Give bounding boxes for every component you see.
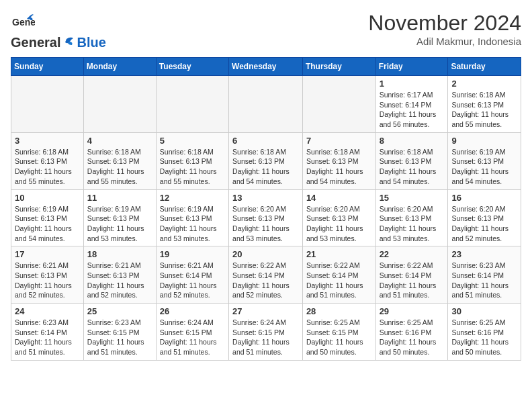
calendar-cell: 3Sunrise: 6:18 AMSunset: 6:13 PMDaylight… (11, 132, 84, 189)
weekday-header-tuesday: Tuesday (156, 58, 228, 76)
day-info: Sunrise: 6:18 AMSunset: 6:13 PMDaylight:… (87, 147, 152, 187)
location-label: Adil Makmur, Indonesia (368, 36, 521, 47)
calendar-cell: 19Sunrise: 6:21 AMSunset: 6:14 PMDayligh… (156, 246, 228, 304)
day-number: 7 (306, 136, 372, 146)
day-number: 11 (87, 193, 152, 203)
calendar-cell (156, 76, 228, 133)
day-info: Sunrise: 6:18 AMSunset: 6:13 PMDaylight:… (15, 147, 80, 187)
month-title: November 2024 (368, 11, 521, 36)
calendar-cell: 18Sunrise: 6:21 AMSunset: 6:13 PMDayligh… (83, 246, 156, 304)
logo: General General Blue (11, 11, 106, 50)
calendar-cell: 27Sunrise: 6:24 AMSunset: 6:15 PMDayligh… (229, 304, 303, 361)
day-number: 9 (451, 136, 517, 146)
day-info: Sunrise: 6:18 AMSunset: 6:13 PMDaylight:… (306, 147, 372, 187)
day-info: Sunrise: 6:21 AMSunset: 6:14 PMDaylight:… (160, 261, 225, 300)
day-info: Sunrise: 6:20 AMSunset: 6:13 PMDaylight:… (380, 204, 445, 244)
calendar-cell: 2Sunrise: 6:18 AMSunset: 6:13 PMDaylight… (448, 76, 521, 133)
calendar-week-row: 24Sunrise: 6:23 AMSunset: 6:14 PMDayligh… (11, 304, 521, 361)
day-info: Sunrise: 6:19 AMSunset: 6:13 PMDaylight:… (87, 204, 152, 244)
calendar-cell: 5Sunrise: 6:18 AMSunset: 6:13 PMDaylight… (156, 132, 228, 189)
page-header: General General Blue November 2024 Adil … (11, 11, 521, 50)
calendar-cell (302, 76, 375, 133)
day-info: Sunrise: 6:22 AMSunset: 6:14 PMDaylight:… (232, 261, 299, 300)
day-info: Sunrise: 6:25 AMSunset: 6:16 PMDaylight:… (451, 318, 517, 357)
calendar-week-row: 3Sunrise: 6:18 AMSunset: 6:13 PMDaylight… (11, 132, 521, 189)
weekday-header-wednesday: Wednesday (229, 58, 303, 76)
day-info: Sunrise: 6:18 AMSunset: 6:13 PMDaylight:… (380, 147, 445, 187)
day-number: 1 (380, 79, 445, 89)
calendar-week-row: 1Sunrise: 6:17 AMSunset: 6:14 PMDaylight… (11, 76, 521, 133)
day-number: 25 (87, 306, 152, 316)
logo-bird-icon (61, 36, 76, 50)
day-number: 22 (380, 249, 445, 259)
calendar-cell: 11Sunrise: 6:19 AMSunset: 6:13 PMDayligh… (83, 189, 156, 246)
day-number: 30 (451, 306, 517, 316)
weekday-header-row: SundayMondayTuesdayWednesdayThursdayFrid… (11, 58, 521, 76)
day-info: Sunrise: 6:19 AMSunset: 6:13 PMDaylight:… (451, 147, 517, 187)
calendar-cell: 13Sunrise: 6:20 AMSunset: 6:13 PMDayligh… (229, 189, 303, 246)
day-number: 23 (451, 249, 517, 259)
day-number: 5 (160, 136, 225, 146)
day-info: Sunrise: 6:21 AMSunset: 6:13 PMDaylight:… (15, 261, 80, 300)
calendar-cell: 29Sunrise: 6:25 AMSunset: 6:16 PMDayligh… (375, 304, 448, 361)
calendar-cell: 4Sunrise: 6:18 AMSunset: 6:13 PMDaylight… (83, 132, 156, 189)
calendar-cell: 16Sunrise: 6:20 AMSunset: 6:13 PMDayligh… (448, 189, 521, 246)
day-info: Sunrise: 6:22 AMSunset: 6:14 PMDaylight:… (306, 261, 372, 300)
calendar-cell (83, 76, 156, 133)
day-number: 14 (306, 193, 372, 203)
calendar-cell: 6Sunrise: 6:18 AMSunset: 6:13 PMDaylight… (229, 132, 303, 189)
day-number: 27 (232, 306, 299, 316)
day-number: 10 (15, 193, 80, 203)
weekday-header-saturday: Saturday (448, 58, 521, 76)
calendar-cell: 24Sunrise: 6:23 AMSunset: 6:14 PMDayligh… (11, 304, 84, 361)
day-number: 12 (160, 193, 225, 203)
calendar-cell: 9Sunrise: 6:19 AMSunset: 6:13 PMDaylight… (448, 132, 521, 189)
calendar-cell: 15Sunrise: 6:20 AMSunset: 6:13 PMDayligh… (375, 189, 448, 246)
day-info: Sunrise: 6:23 AMSunset: 6:14 PMDaylight:… (15, 318, 80, 357)
day-number: 18 (87, 249, 152, 259)
calendar-cell: 7Sunrise: 6:18 AMSunset: 6:13 PMDaylight… (302, 132, 375, 189)
weekday-header-sunday: Sunday (11, 58, 84, 76)
day-info: Sunrise: 6:19 AMSunset: 6:13 PMDaylight:… (160, 204, 225, 244)
calendar-cell (229, 76, 303, 133)
calendar-cell: 21Sunrise: 6:22 AMSunset: 6:14 PMDayligh… (302, 246, 375, 304)
calendar-cell: 28Sunrise: 6:25 AMSunset: 6:15 PMDayligh… (302, 304, 375, 361)
calendar-week-row: 17Sunrise: 6:21 AMSunset: 6:13 PMDayligh… (11, 246, 521, 304)
weekday-header-thursday: Thursday (302, 58, 375, 76)
day-number: 20 (232, 249, 299, 259)
weekday-header-monday: Monday (83, 58, 156, 76)
day-info: Sunrise: 6:20 AMSunset: 6:13 PMDaylight:… (451, 204, 517, 244)
day-number: 3 (15, 136, 80, 146)
calendar-table: SundayMondayTuesdayWednesdayThursdayFrid… (11, 57, 521, 361)
day-info: Sunrise: 6:22 AMSunset: 6:14 PMDaylight:… (380, 261, 445, 300)
calendar-cell: 14Sunrise: 6:20 AMSunset: 6:13 PMDayligh… (302, 189, 375, 246)
day-number: 4 (87, 136, 152, 146)
calendar-cell: 25Sunrise: 6:23 AMSunset: 6:15 PMDayligh… (83, 304, 156, 361)
logo-general: General (11, 35, 60, 50)
calendar-cell: 23Sunrise: 6:23 AMSunset: 6:14 PMDayligh… (448, 246, 521, 304)
day-info: Sunrise: 6:25 AMSunset: 6:16 PMDaylight:… (380, 318, 445, 357)
day-info: Sunrise: 6:19 AMSunset: 6:13 PMDaylight:… (15, 204, 80, 244)
day-number: 8 (380, 136, 445, 146)
title-block: November 2024 Adil Makmur, Indonesia (368, 11, 521, 47)
day-info: Sunrise: 6:18 AMSunset: 6:13 PMDaylight:… (451, 90, 517, 130)
calendar-cell: 26Sunrise: 6:24 AMSunset: 6:15 PMDayligh… (156, 304, 228, 361)
day-number: 6 (232, 136, 299, 146)
day-info: Sunrise: 6:24 AMSunset: 6:15 PMDaylight:… (232, 318, 299, 357)
day-number: 2 (451, 79, 517, 89)
logo-blue: Blue (77, 35, 105, 50)
day-info: Sunrise: 6:20 AMSunset: 6:13 PMDaylight:… (306, 204, 372, 244)
calendar-cell (11, 76, 84, 133)
day-info: Sunrise: 6:17 AMSunset: 6:14 PMDaylight:… (380, 90, 445, 130)
day-number: 17 (15, 249, 80, 259)
day-number: 15 (380, 193, 445, 203)
day-info: Sunrise: 6:24 AMSunset: 6:15 PMDaylight:… (160, 318, 225, 357)
day-number: 24 (15, 306, 80, 316)
calendar-week-row: 10Sunrise: 6:19 AMSunset: 6:13 PMDayligh… (11, 189, 521, 246)
day-info: Sunrise: 6:23 AMSunset: 6:14 PMDaylight:… (451, 261, 517, 300)
calendar-cell: 17Sunrise: 6:21 AMSunset: 6:13 PMDayligh… (11, 246, 84, 304)
weekday-header-friday: Friday (375, 58, 448, 76)
calendar-cell: 1Sunrise: 6:17 AMSunset: 6:14 PMDaylight… (375, 76, 448, 133)
day-number: 21 (306, 249, 372, 259)
logo-icon: General (11, 11, 35, 35)
